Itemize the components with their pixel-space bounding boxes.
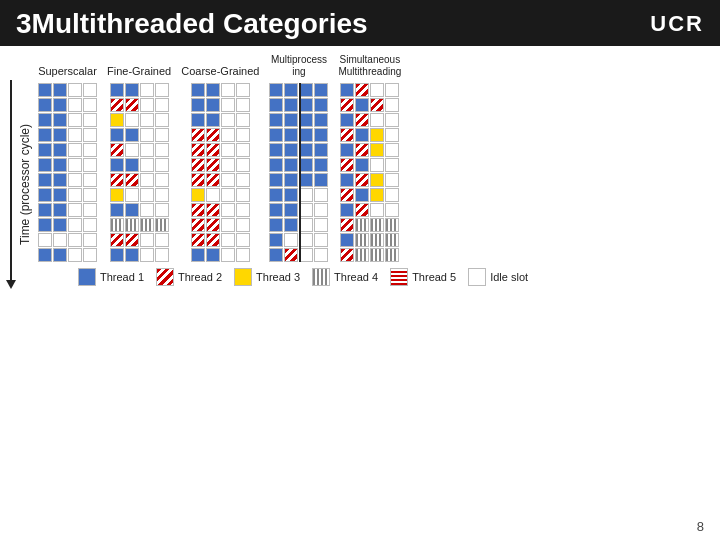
- cell-fine-grained: [125, 128, 139, 142]
- cell-coarse-grained: [191, 113, 205, 127]
- cell-simultaneous: [340, 128, 354, 142]
- cell-coarse-grained: [191, 83, 205, 97]
- cell-multiprocess: [284, 128, 298, 142]
- cell-fine-grained: [125, 203, 139, 217]
- cell-superscalar: [53, 83, 67, 97]
- cell-multiprocess: [299, 113, 313, 127]
- legend-label-thread1: Thread 1: [100, 271, 144, 283]
- cell-multiprocess: [269, 173, 283, 187]
- title-prefix: 3: [16, 8, 32, 39]
- cell-fine-grained: [140, 188, 154, 202]
- legend-item-thread4: Thread 4: [312, 268, 378, 286]
- cell-multiprocess: [299, 83, 313, 97]
- cell-simultaneous: [385, 233, 399, 247]
- cell-simultaneous: [355, 248, 369, 262]
- cell-coarse-grained: [206, 83, 220, 97]
- legend-box-idle: [468, 268, 486, 286]
- cell-coarse-grained: [191, 173, 205, 187]
- cell-simultaneous: [340, 173, 354, 187]
- legend-item-thread2: Thread 2: [156, 268, 222, 286]
- cell-fine-grained: [110, 128, 124, 142]
- legend-item-idle: Idle slot: [468, 268, 528, 286]
- cell-coarse-grained: [191, 218, 205, 232]
- cell-fine-grained: [110, 83, 124, 97]
- cell-simultaneous: [340, 203, 354, 217]
- cell-simultaneous: [340, 218, 354, 232]
- cell-multiprocess: [269, 233, 283, 247]
- cell-simultaneous: [370, 203, 384, 217]
- cell-multiprocess: [314, 203, 328, 217]
- cell-multiprocess: [284, 248, 298, 262]
- cell-fine-grained: [140, 203, 154, 217]
- cell-fine-grained: [155, 203, 169, 217]
- cell-fine-grained: [125, 218, 139, 232]
- cell-coarse-grained: [191, 98, 205, 112]
- cell-fine-grained: [140, 128, 154, 142]
- category-fine-grained: Fine-Grained: [107, 50, 171, 262]
- legend-item-thread3: Thread 3: [234, 268, 300, 286]
- cell-fine-grained: [110, 233, 124, 247]
- cell-coarse-grained: [191, 233, 205, 247]
- cell-multiprocess: [284, 173, 298, 187]
- cell-simultaneous: [340, 158, 354, 172]
- cell-simultaneous: [370, 83, 384, 97]
- cell-multiprocess: [269, 248, 283, 262]
- cell-coarse-grained: [236, 128, 250, 142]
- cell-fine-grained: [155, 128, 169, 142]
- cell-multiprocess: [314, 188, 328, 202]
- cell-multiprocess: [284, 158, 298, 172]
- cell-superscalar: [68, 233, 82, 247]
- cell-superscalar: [68, 113, 82, 127]
- cell-coarse-grained: [221, 218, 235, 232]
- cat-label-simultaneous: SimultaneousMultithreading: [338, 50, 401, 78]
- cell-superscalar: [38, 83, 52, 97]
- cell-fine-grained: [155, 218, 169, 232]
- cell-coarse-grained: [236, 98, 250, 112]
- legend-box-thread4: [312, 268, 330, 286]
- cell-coarse-grained: [221, 188, 235, 202]
- cell-multiprocess: [269, 218, 283, 232]
- cell-multiprocess: [299, 173, 313, 187]
- multiprocess-wrap: [269, 83, 328, 262]
- cell-simultaneous: [385, 128, 399, 142]
- cell-fine-grained: [125, 83, 139, 97]
- cell-superscalar: [38, 113, 52, 127]
- cell-simultaneous: [385, 248, 399, 262]
- cell-superscalar: [68, 158, 82, 172]
- cell-multiprocess: [269, 98, 283, 112]
- cell-coarse-grained: [191, 158, 205, 172]
- cell-multiprocess: [284, 218, 298, 232]
- cell-coarse-grained: [236, 113, 250, 127]
- cell-coarse-grained: [221, 248, 235, 262]
- time-axis: Time (processor cycle): [6, 50, 32, 289]
- cell-simultaneous: [370, 143, 384, 157]
- legend-label-thread5: Thread 5: [412, 271, 456, 283]
- cell-multiprocess: [284, 143, 298, 157]
- cell-multiprocess: [299, 218, 313, 232]
- cell-coarse-grained: [206, 98, 220, 112]
- cell-superscalar: [68, 203, 82, 217]
- legend-box-thread1: [78, 268, 96, 286]
- cell-fine-grained: [140, 113, 154, 127]
- cell-coarse-grained: [221, 143, 235, 157]
- cell-simultaneous: [355, 113, 369, 127]
- cell-simultaneous: [385, 203, 399, 217]
- category-coarse-grained: Coarse-Grained: [181, 50, 259, 262]
- legend-item-thread1: Thread 1: [78, 268, 144, 286]
- cell-simultaneous: [355, 233, 369, 247]
- cell-coarse-grained: [191, 188, 205, 202]
- legend-label-thread2: Thread 2: [178, 271, 222, 283]
- cell-superscalar: [83, 113, 97, 127]
- cell-multiprocess: [269, 113, 283, 127]
- cell-fine-grained: [125, 98, 139, 112]
- cell-superscalar: [83, 83, 97, 97]
- cell-superscalar: [68, 128, 82, 142]
- cell-fine-grained: [140, 173, 154, 187]
- cell-simultaneous: [340, 113, 354, 127]
- cell-superscalar: [38, 128, 52, 142]
- cell-coarse-grained: [191, 128, 205, 142]
- cell-fine-grained: [155, 143, 169, 157]
- cell-simultaneous: [370, 248, 384, 262]
- cell-fine-grained: [155, 83, 169, 97]
- cell-multiprocess: [269, 188, 283, 202]
